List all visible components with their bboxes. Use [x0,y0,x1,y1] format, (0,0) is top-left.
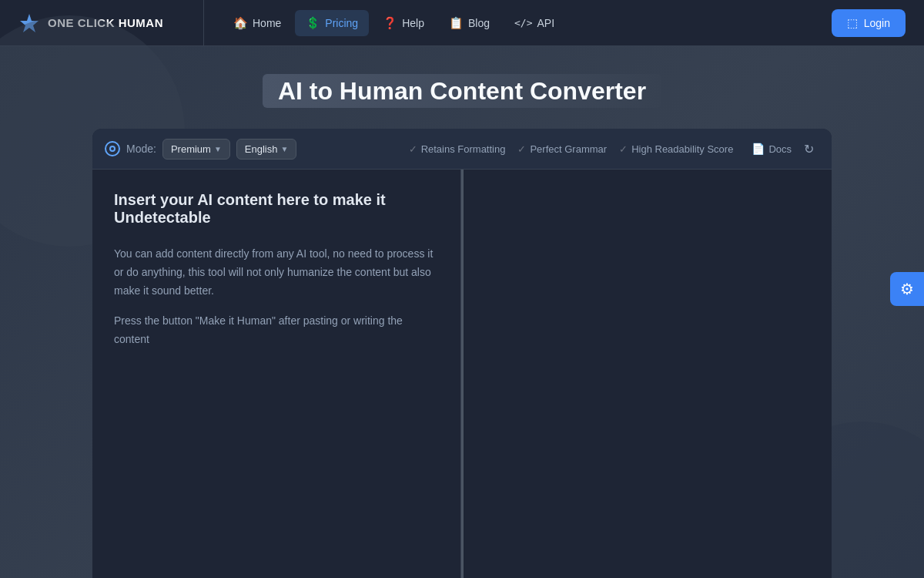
editor-area: Insert your AI content here to make it U… [92,170,832,578]
feature-perfect-grammar: ✓ Perfect Grammar [517,143,607,155]
check-formatting-icon: ✓ [409,143,417,155]
logo-icon [18,12,40,34]
home-icon: 🏠 [233,16,248,30]
toolbar: Mode: Premium ▼ English ▼ ✓ Retains Form… [92,129,832,170]
login-button[interactable]: ⬚ Login [832,9,906,37]
logo-area: ONE CLICK HUMAN [0,0,204,45]
settings-icon: ⚙ [900,280,914,298]
mode-select[interactable]: Premium ▼ [162,139,230,160]
help-icon: ❓ [383,16,397,30]
mode-label: Mode: [126,143,156,155]
language-chevron-icon: ▼ [280,145,288,153]
editor-placeholder-text-2: Press the button "Make it Human" after p… [114,312,439,349]
nav-links: 🏠 Home 💲 Pricing ❓ Help 📋 Blog </> API [204,10,813,36]
input-panel: Insert your AI content here to make it U… [92,170,461,578]
mode-icon [105,141,120,156]
refresh-button[interactable]: ↻ [798,138,819,160]
nav-help[interactable]: ❓ Help [372,10,435,36]
docs-icon: 📄 [752,143,765,155]
editor-input[interactable] [114,361,439,578]
mode-group: Mode: Premium ▼ English ▼ [105,139,296,160]
nav-pricing[interactable]: 💲 Pricing [295,10,369,36]
editor-placeholder-text-1: You can add content directly from any AI… [114,245,439,300]
feature-retains-formatting: ✓ Retains Formatting [409,143,506,155]
login-icon: ⬚ [847,16,858,30]
language-select[interactable]: English ▼ [236,139,297,160]
check-readability-icon: ✓ [619,143,628,155]
navbar: ONE CLICK HUMAN 🏠 Home 💲 Pricing ❓ Help … [0,0,924,46]
mode-chevron-icon: ▼ [214,145,222,153]
toolbar-right: 📄 Docs ↻ [752,138,819,160]
nav-home[interactable]: 🏠 Home [223,10,292,36]
blog-icon: 📋 [449,16,464,30]
main-content: AI to Human Content Converter Mode: Prem… [0,46,924,578]
output-panel [464,170,832,578]
nav-actions: ⬚ Login [813,9,924,37]
refresh-icon: ↻ [804,142,814,156]
page-title: AI to Human Content Converter [15,77,909,106]
pricing-icon: 💲 [306,16,320,30]
nav-api[interactable]: </> API [504,11,565,35]
docs-button[interactable]: 📄 Docs [752,143,792,155]
editor-placeholder-title: Insert your AI content here to make it U… [114,191,439,227]
feature-tags: ✓ Retains Formatting ✓ Perfect Grammar ✓… [409,143,734,155]
converter-box: Mode: Premium ▼ English ▼ ✓ Retains Form… [92,129,832,578]
feature-high-readability: ✓ High Readability Score [619,143,733,155]
check-grammar-icon: ✓ [517,143,526,155]
logo-text: ONE CLICK HUMAN [48,16,163,29]
api-icon: </> [514,17,532,29]
svg-marker-0 [20,14,38,32]
settings-fab[interactable]: ⚙ [890,272,924,306]
nav-blog[interactable]: 📋 Blog [438,10,500,36]
